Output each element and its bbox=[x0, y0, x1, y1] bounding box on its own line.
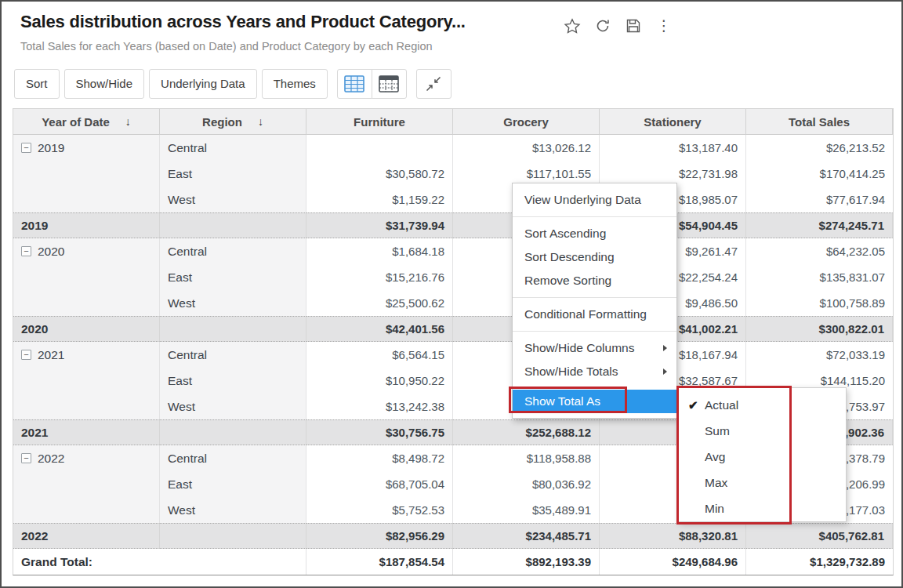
value-cell[interactable]: $31,739.94 bbox=[306, 212, 453, 238]
report-description: Total Sales for each Years (based on Dat… bbox=[20, 40, 433, 53]
value-cell[interactable]: $88,320.81 bbox=[600, 523, 746, 549]
page-title: Sales distribution across Years and Prod… bbox=[20, 12, 466, 32]
sort-descending-icon[interactable]: ↓ bbox=[258, 115, 263, 128]
value-cell[interactable]: $6,564.15 bbox=[306, 342, 453, 368]
value-cell[interactable]: $68,705.04 bbox=[306, 471, 453, 497]
grand-total-value-cell[interactable]: $249,684.96 bbox=[600, 549, 746, 575]
region-cell: Central bbox=[160, 135, 306, 161]
column-header-year-of-date[interactable]: Year of Date↓ bbox=[13, 109, 160, 135]
column-header-furniture[interactable]: Furniture bbox=[306, 109, 453, 135]
table-row: −2021Central$6,564.15$47,301.10$18,167.9… bbox=[13, 342, 893, 368]
grand-total-value-cell[interactable]: $187,854.54 bbox=[306, 549, 453, 575]
value-cell[interactable]: $100,758.89 bbox=[746, 290, 893, 316]
value-cell[interactable]: $13,242.38 bbox=[306, 394, 453, 419]
value-cell[interactable]: $30,756.75 bbox=[306, 419, 453, 445]
region-cell: Central bbox=[160, 445, 306, 471]
menu-item-conditional-formatting[interactable]: Conditional Formatting bbox=[513, 303, 676, 326]
favorite-icon[interactable] bbox=[563, 16, 582, 35]
underlying-data-button[interactable]: Underlying Data bbox=[149, 69, 257, 99]
table-row: East$30,580.72$117,101.55$22,731.98$170,… bbox=[13, 161, 893, 187]
show-hide-button[interactable]: Show/Hide bbox=[64, 69, 145, 99]
year-cell bbox=[13, 187, 160, 212]
year-label: 2019 bbox=[21, 219, 48, 233]
value-cell[interactable]: $252,688.12 bbox=[453, 419, 600, 445]
value-cell[interactable]: $64,232.05 bbox=[746, 238, 893, 264]
value-cell[interactable]: $10,950.22 bbox=[306, 368, 453, 394]
value-cell[interactable]: $1,684.18 bbox=[306, 238, 453, 264]
region-cell: Central bbox=[160, 342, 306, 368]
value-cell[interactable]: $35,489.91 bbox=[453, 497, 600, 523]
value-cell[interactable]: $30,580.72 bbox=[306, 161, 453, 187]
value-cell[interactable]: $170,414.25 bbox=[746, 161, 893, 187]
compact-view-icon[interactable] bbox=[372, 69, 407, 99]
menu-item-view-underlying-data[interactable]: View Underlying Data bbox=[513, 188, 676, 212]
sort-button[interactable]: Sort bbox=[14, 69, 60, 99]
value-cell[interactable]: $274,245.71 bbox=[746, 212, 893, 238]
column-header-label: Grocery bbox=[503, 115, 549, 129]
title-actions: ⋮ bbox=[563, 16, 673, 35]
year-cell: 2020 bbox=[13, 316, 160, 342]
year-cell bbox=[13, 471, 160, 497]
value-cell[interactable] bbox=[306, 135, 453, 161]
menu-item-show-hide-columns[interactable]: Show/Hide Columns bbox=[513, 336, 676, 360]
value-cell[interactable]: $13,187.40 bbox=[600, 135, 746, 161]
subtotal-row: 2022$82,956.29$234,485.71$88,320.81$405,… bbox=[13, 523, 893, 549]
collapse-year-icon[interactable]: − bbox=[21, 350, 31, 360]
year-label: 2020 bbox=[21, 322, 48, 336]
year-label: 2022 bbox=[21, 529, 48, 543]
column-header-stationery[interactable]: Stationery bbox=[600, 109, 746, 135]
submenu-arrow-icon bbox=[663, 345, 667, 351]
year-cell: −2021 bbox=[13, 342, 160, 368]
value-cell[interactable]: $25,500.62 bbox=[306, 290, 453, 316]
themes-button[interactable]: Themes bbox=[262, 69, 328, 99]
value-cell[interactable]: $1,159.22 bbox=[306, 187, 453, 212]
value-cell[interactable]: $234,485.71 bbox=[453, 523, 600, 549]
year-cell: 2021 bbox=[13, 419, 160, 445]
value-cell[interactable]: $15,216.76 bbox=[306, 264, 453, 290]
annotation-box-submenu bbox=[676, 386, 792, 524]
value-cell[interactable]: $72,033.19 bbox=[746, 342, 893, 368]
value-cell[interactable]: $82,956.29 bbox=[306, 523, 453, 549]
value-cell[interactable]: $5,752.53 bbox=[306, 497, 453, 523]
refresh-icon[interactable] bbox=[593, 16, 612, 35]
value-cell[interactable]: $8,498.72 bbox=[306, 445, 453, 471]
table-row: West$1,159.22$57,473.65$18,985.07$77,617… bbox=[13, 187, 893, 212]
menu-item-show-hide-totals[interactable]: Show/Hide Totals bbox=[513, 360, 676, 383]
sort-descending-icon[interactable]: ↓ bbox=[125, 115, 131, 128]
collapse-columns-icon[interactable] bbox=[416, 69, 452, 99]
menu-item-remove-sorting[interactable]: Remove Sorting bbox=[513, 269, 676, 292]
year-cell bbox=[13, 394, 160, 419]
value-cell[interactable]: $13,026.12 bbox=[453, 135, 600, 161]
table-row: West$25,500.62$65,771.77$9,486.50$100,75… bbox=[13, 290, 893, 316]
region-cell: East bbox=[160, 264, 306, 290]
menu-item-sort-descending[interactable]: Sort Descending bbox=[513, 245, 676, 269]
column-header-region[interactable]: Region↓ bbox=[160, 109, 306, 135]
table-view-icon[interactable] bbox=[337, 69, 372, 99]
year-label: 2019 bbox=[38, 141, 64, 155]
grand-total-value-cell[interactable]: $1,329,732.89 bbox=[746, 549, 893, 575]
save-icon[interactable] bbox=[624, 16, 643, 35]
menu-item-sort-ascending[interactable]: Sort Ascending bbox=[513, 222, 676, 245]
column-header-total-sales[interactable]: Total Sales bbox=[746, 109, 893, 135]
column-header-label: Total Sales bbox=[789, 115, 850, 129]
year-cell bbox=[13, 368, 160, 394]
grand-total-row: Grand Total:$187,854.54$892,193.39$249,6… bbox=[13, 549, 893, 575]
grand-total-value-cell[interactable]: $892,193.39 bbox=[453, 549, 600, 575]
value-cell[interactable]: $80,036.92 bbox=[453, 471, 600, 497]
subtotal-row: 2019$31,739.94$187,601.32$54,904.45$274,… bbox=[13, 212, 893, 238]
value-cell[interactable]: $42,401.56 bbox=[306, 316, 453, 342]
value-cell[interactable]: $26,213.52 bbox=[746, 135, 893, 161]
more-options-icon[interactable]: ⋮ bbox=[655, 16, 673, 35]
collapse-year-icon[interactable]: − bbox=[21, 453, 31, 463]
value-cell[interactable]: $300,822.01 bbox=[746, 316, 893, 342]
column-header-grocery[interactable]: Grocery bbox=[453, 109, 600, 135]
value-cell[interactable]: $405,762.81 bbox=[746, 523, 893, 549]
value-cell[interactable]: $135,831.07 bbox=[746, 264, 893, 290]
table-row: East$15,216.76$98,360.07$22,254.24$135,8… bbox=[13, 264, 893, 290]
collapse-year-icon[interactable]: − bbox=[21, 246, 31, 256]
collapse-year-icon[interactable]: − bbox=[21, 143, 31, 153]
table-row: −2020Central$1,684.18$53,286.40$9,261.47… bbox=[13, 238, 893, 264]
region-cell bbox=[160, 523, 306, 549]
value-cell[interactable]: $118,958.88 bbox=[453, 445, 600, 471]
value-cell[interactable]: $77,617.94 bbox=[746, 187, 893, 212]
